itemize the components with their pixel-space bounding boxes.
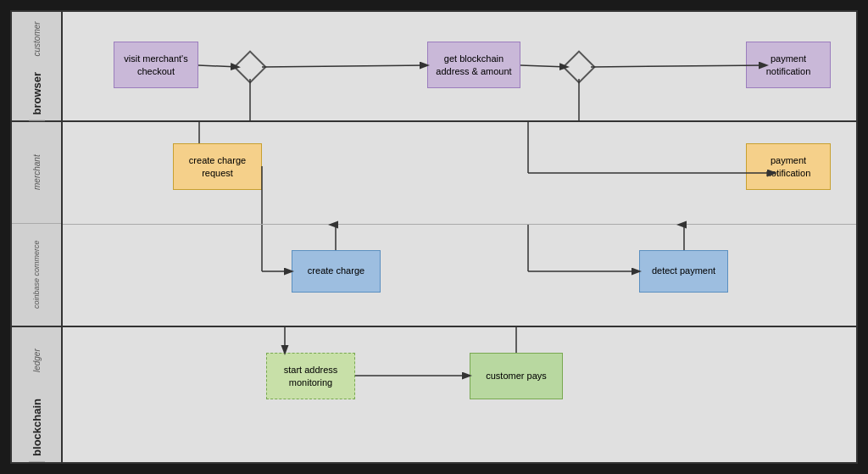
lane-content-bottom: start address monitoring customer pays: [63, 327, 856, 462]
box-detect-payment: detect payment: [639, 250, 728, 293]
box-get-blockchain: get blockchain address & amount: [427, 42, 520, 88]
box-start-address-monitoring: start address monitoring: [266, 353, 355, 399]
sublane-merchant: create charge request payment notificati…: [63, 122, 856, 225]
diamond-2: [562, 50, 596, 84]
box-customer-pays: customer pays: [470, 353, 563, 399]
box-payment-notification-top: payment notification: [746, 42, 831, 88]
lane-content-top: visit merchant's checkout get blockchain…: [63, 12, 856, 120]
box-create-charge: create charge: [292, 250, 381, 293]
sublabel-ledger: ledger: [31, 327, 43, 393]
svg-line-1: [262, 65, 427, 67]
sublabel-customer: customer: [31, 12, 43, 66]
diagram-container: customer browser visit merchant's checko…: [10, 10, 858, 464]
box-payment-notification-merchant: payment notification: [746, 143, 831, 190]
sublabel-merchant: merchant: [32, 122, 42, 223]
sublabel-coinbase: coinbase commerce: [31, 224, 42, 326]
mainlabel-blockchain: blockchain: [29, 393, 45, 462]
arrows-bottom: [63, 327, 856, 462]
lane-label-ledger: ledger blockchain: [12, 327, 63, 462]
lane-customer-browser: customer browser visit merchant's checko…: [12, 12, 856, 122]
diamond-1: [233, 50, 267, 84]
sublane-coinbase: create charge detect payment: [63, 225, 856, 326]
lane-blockchain: ledger blockchain start address monitori…: [12, 327, 856, 462]
box-create-charge-request: create charge request: [173, 143, 262, 190]
lane-label-backend: merchant coinbase commerce: [12, 122, 63, 326]
box-visit-merchant: visit merchant's checkout: [114, 42, 198, 88]
lane-backend-wrapper: merchant coinbase commerce create charge…: [12, 122, 856, 327]
arrows-coinbase: [63, 225, 856, 326]
svg-line-2: [520, 65, 567, 67]
svg-line-3: [591, 65, 766, 67]
lane-label-customer: customer browser: [12, 12, 63, 120]
mainlabel-browser: browser: [29, 66, 45, 121]
lane-backend-content: create charge request payment notificati…: [63, 122, 856, 326]
